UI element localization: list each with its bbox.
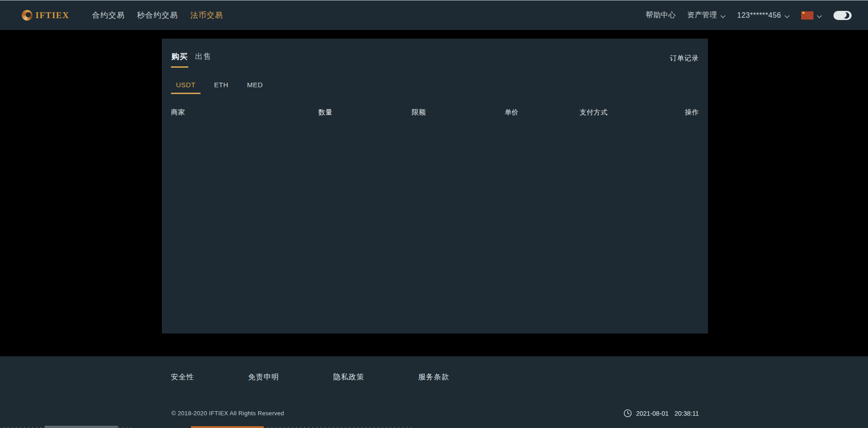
coin-logo-icon — [22, 10, 32, 20]
page-top-line — [0, 0, 868, 0]
brand-name: IFTIEX — [35, 10, 69, 20]
order-records-link[interactable]: 订单记录 — [670, 54, 699, 63]
cutoff-gray-bar — [45, 426, 118, 428]
tab-buy[interactable]: 购买 — [171, 51, 188, 68]
coin-tab-eth[interactable]: ETH — [209, 81, 234, 94]
column-header-action: 操作 — [643, 108, 699, 117]
help-center-label: 帮助中心 — [646, 10, 676, 20]
cutoff-orange-bar — [191, 426, 264, 428]
time-text: 20:38:11 — [675, 410, 699, 417]
column-header-quantity: 数量 — [318, 108, 411, 117]
help-center-link[interactable]: 帮助中心 — [646, 10, 676, 20]
footer-link-terms-of-service[interactable]: 服务条款 — [418, 373, 449, 382]
fiat-trade-panel: 购买 出售 订单记录 USDT ETH MED 商家 数量 限额 单价 支付方式… — [162, 39, 708, 333]
nav-item-second-contract-trading[interactable]: 秒合约交易 — [137, 10, 178, 20]
chevron-down-icon — [720, 12, 726, 20]
date-text: 2021-08-01 — [636, 410, 669, 417]
china-flag-icon: ★ — [801, 11, 813, 20]
page-footer: 安全性 免责申明 隐私政策 服务条款 © 2018-2020 IFTIEX Al… — [0, 356, 868, 428]
nav-item-contract-trading[interactable]: 合约交易 — [92, 10, 125, 20]
language-selector[interactable]: ★ — [801, 11, 822, 20]
footer-link-security[interactable]: 安全性 — [171, 373, 194, 382]
footer-links: 安全性 免责申明 隐私政策 服务条款 — [171, 373, 449, 382]
moon-icon — [843, 12, 849, 19]
column-header-payment-method: 支付方式 — [580, 108, 643, 117]
asset-management-menu[interactable]: 资产管理 — [687, 10, 726, 20]
column-header-limit: 限额 — [411, 108, 504, 117]
nav-item-fiat-trading[interactable]: 法币交易 — [190, 10, 223, 20]
page-body: 购买 出售 订单记录 USDT ETH MED 商家 数量 限额 单价 支付方式… — [0, 30, 868, 356]
asset-management-label: 资产管理 — [687, 10, 717, 20]
main-nav: 合约交易 秒合约交易 法币交易 — [92, 10, 223, 20]
server-timestamp: 2021-08-01 20:38:11 — [623, 409, 699, 418]
offers-table-body — [171, 117, 699, 308]
column-header-merchant: 商家 — [171, 108, 318, 117]
coin-tab-usdt[interactable]: USDT — [171, 81, 201, 94]
account-label: 123******456 — [737, 11, 781, 20]
top-navbar: IFTIEX 合约交易 秒合约交易 法币交易 帮助中心 资产管理 123****… — [0, 0, 868, 30]
tab-sell[interactable]: 出售 — [195, 51, 212, 68]
account-menu[interactable]: 123******456 — [737, 11, 790, 20]
copyright-text: © 2018-2020 IFTIEX All Rights Reserved — [171, 410, 284, 417]
theme-toggle[interactable] — [833, 11, 852, 20]
clock-icon — [623, 409, 632, 418]
column-header-unit-price: 单价 — [505, 108, 580, 117]
offers-table-header: 商家 数量 限额 单价 支付方式 操作 — [171, 108, 699, 117]
brand-logo[interactable]: IFTIEX — [22, 10, 69, 20]
chevron-down-icon — [817, 12, 822, 20]
buy-sell-tabs: 购买 出售 — [171, 51, 212, 68]
footer-link-disclaimer[interactable]: 免责申明 — [248, 373, 279, 382]
coin-tab-med[interactable]: MED — [242, 81, 268, 94]
chevron-down-icon — [784, 12, 790, 20]
footer-link-privacy-policy[interactable]: 隐私政策 — [333, 373, 364, 382]
coin-tabs: USDT ETH MED — [171, 81, 699, 94]
